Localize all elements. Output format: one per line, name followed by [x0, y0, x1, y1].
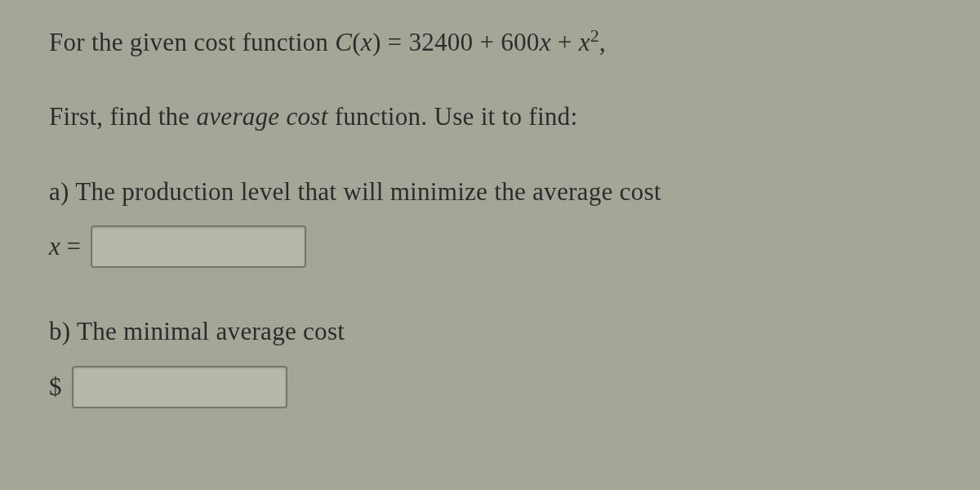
part-b-currency: $ — [49, 372, 62, 402]
problem-page: For the given cost function C(x) = 32400… — [0, 0, 980, 490]
func-arg: x — [361, 28, 372, 56]
part-b-input[interactable] — [72, 366, 287, 408]
part-a-row: x = — [49, 225, 931, 268]
instruction-emph: average cost — [196, 102, 327, 131]
close-paren: ) — [372, 28, 381, 56]
rhs-tail: , — [599, 28, 606, 56]
rhs-exp: 2 — [590, 26, 599, 46]
intro-text: For the given cost function — [49, 28, 335, 56]
rhs-part1: = 32400 + 600 — [381, 28, 540, 56]
cost-function-line: For the given cost function C(x) = 32400… — [49, 24, 931, 60]
rhs-var1: x — [540, 28, 551, 56]
open-paren: ( — [352, 28, 361, 56]
instruction-prefix: First, find the — [49, 102, 196, 131]
rhs-part2: + — [551, 28, 579, 56]
part-a-var: x — [49, 232, 60, 261]
func-name: C — [335, 28, 352, 56]
part-a-label: a) The production level that will minimi… — [49, 174, 931, 209]
part-a-equals: = — [60, 232, 81, 261]
instruction-suffix: function. Use it to find: — [328, 102, 578, 131]
part-a-input[interactable] — [91, 225, 306, 268]
instruction-line: First, find the average cost function. U… — [49, 99, 931, 134]
rhs-var2: x — [579, 28, 590, 56]
part-b-label: b) The minimal average cost — [49, 314, 931, 349]
part-b-row: $ — [49, 366, 931, 408]
part-a-var-row: x = — [49, 232, 81, 261]
